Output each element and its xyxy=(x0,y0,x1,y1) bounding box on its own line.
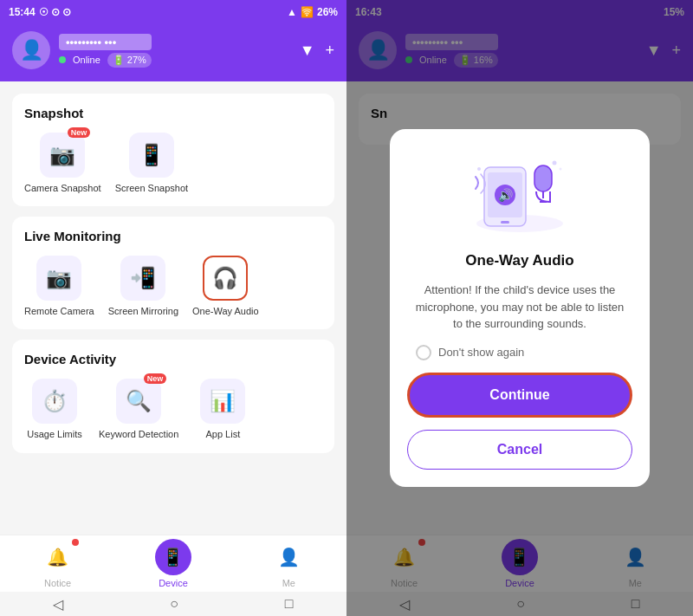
checkbox-circle xyxy=(416,345,431,360)
keyword-detection-icon-wrap: 🔍 New xyxy=(116,379,161,424)
snapshot-section: Snapshot 📷 New Camera Snapshot 📱 Screen … xyxy=(12,94,334,206)
battery-icon: 🔋 xyxy=(113,55,125,66)
usage-limits-icon: ⏱️ xyxy=(42,389,68,413)
dialog-text: Attention! If the child's device uses th… xyxy=(407,282,632,333)
screen-snapshot-item[interactable]: 📱 Screen Snapshot xyxy=(115,133,188,194)
nav-me[interactable]: 👤 Me xyxy=(262,539,314,588)
online-indicator xyxy=(59,56,66,63)
live-monitoring-items: 📷 Remote Camera 📲 Screen Mirroring 🎧 One… xyxy=(24,256,322,317)
checkbox-label: Don't show again xyxy=(438,346,524,359)
svg-text:🔊: 🔊 xyxy=(498,188,514,203)
header-info: ••••••••• ••• Online 🔋 27% xyxy=(59,34,152,68)
left-bottom-nav: 🔔 Notice 📱 Device 👤 Me xyxy=(0,535,346,592)
left-header: 👤 ••••••••• ••• Online 🔋 27% ▼ + xyxy=(0,24,346,81)
dialog-illustration: 🔊 xyxy=(472,150,567,237)
me-icon-wrap: 👤 xyxy=(270,539,307,575)
battery-display: 26% xyxy=(317,6,338,18)
notice-icon-wrap: 🔔 xyxy=(40,539,76,575)
remote-camera-icon-wrap: 📷 xyxy=(36,256,81,301)
device-icon: 📱 xyxy=(162,547,184,567)
status-bar-left: 15:44 ☉ ⊙ ⊙ xyxy=(9,6,71,18)
online-text: Online xyxy=(73,55,100,65)
remote-camera-icon: 📷 xyxy=(46,266,72,290)
nav-notice[interactable]: 🔔 Notice xyxy=(32,539,84,588)
left-panel: 15:44 ☉ ⊙ ⊙ ▲ 🛜 26% 👤 ••••••••• ••• Onli… xyxy=(0,0,346,616)
live-monitoring-title: Live Monitoring xyxy=(24,229,322,243)
app-list-item[interactable]: 📊 App List xyxy=(192,379,253,440)
continue-button[interactable]: Continue xyxy=(407,373,632,418)
screen-mirroring-item[interactable]: 📲 Screen Mirroring xyxy=(108,256,178,317)
battery-percent: 27% xyxy=(127,55,146,65)
add-icon[interactable]: + xyxy=(325,42,334,60)
left-status-bar: 15:44 ☉ ⊙ ⊙ ▲ 🛜 26% xyxy=(0,0,346,24)
dialog-title: One-Way Audio xyxy=(465,252,573,269)
usage-limits-label: Usage Limits xyxy=(27,429,82,440)
left-content: Snapshot 📷 New Camera Snapshot 📱 Screen … xyxy=(0,81,346,535)
notice-label: Notice xyxy=(44,578,71,588)
camera-snapshot-label: Camera Snapshot xyxy=(24,183,101,194)
cancel-button[interactable]: Cancel xyxy=(407,430,632,470)
keyword-detection-item[interactable]: 🔍 New Keyword Detection xyxy=(99,379,178,440)
device-activity-section: Device Activity ⏱️ Usage Limits 🔍 New Ke… xyxy=(12,340,334,452)
dialog-overlay: 🔊 One-Way Audio xyxy=(346,0,693,616)
time-display: 15:44 xyxy=(9,6,36,18)
screen-snapshot-icon: 📱 xyxy=(139,143,165,167)
one-way-audio-label: One-Way Audio xyxy=(192,306,259,317)
camera-snapshot-item[interactable]: 📷 New Camera Snapshot xyxy=(24,133,101,194)
svg-point-10 xyxy=(560,168,562,171)
remote-camera-label: Remote Camera xyxy=(24,306,94,317)
screen-snapshot-label: Screen Snapshot xyxy=(115,183,188,194)
one-way-audio-icon-wrap: 🎧 xyxy=(203,256,248,301)
app-list-icon: 📊 xyxy=(210,389,236,413)
screen-mirroring-icon: 📲 xyxy=(130,266,156,290)
app-list-label: App List xyxy=(205,429,240,440)
signal-icon: ▲ xyxy=(287,6,297,18)
wifi-icon: 🛜 xyxy=(301,6,314,18)
one-way-audio-item[interactable]: 🎧 One-Way Audio xyxy=(192,256,259,317)
bell-icon: 🔔 xyxy=(47,547,68,567)
snapshot-title: Snapshot xyxy=(24,106,322,120)
right-panel: 16:43 15% 👤 ••••••••• ••• Online 🔋 16% xyxy=(346,0,693,616)
screen-snapshot-icon-wrap: 📱 xyxy=(129,133,174,178)
nav-device[interactable]: 📱 Device xyxy=(147,539,199,588)
camera-snapshot-icon-wrap: 📷 New xyxy=(40,133,85,178)
dropdown-icon[interactable]: ▼ xyxy=(300,42,315,60)
notice-badge xyxy=(72,539,79,546)
app-list-icon-wrap: 📊 xyxy=(200,379,245,424)
snapshot-items: 📷 New Camera Snapshot 📱 Screen Snapshot xyxy=(24,133,322,194)
svg-point-11 xyxy=(477,167,481,171)
svg-rect-6 xyxy=(534,165,552,191)
header-left: 👤 ••••••••• ••• Online 🔋 27% xyxy=(12,31,152,69)
new-badge: New xyxy=(68,127,91,138)
remote-camera-item[interactable]: 📷 Remote Camera xyxy=(24,256,94,317)
person-icon: 👤 xyxy=(278,547,300,567)
home-button[interactable]: ○ xyxy=(170,596,178,612)
device-activity-items: ⏱️ Usage Limits 🔍 New Keyword Detection … xyxy=(24,379,322,440)
left-sys-nav: ◁ ○ □ xyxy=(0,592,346,616)
screen-mirroring-icon-wrap: 📲 xyxy=(120,256,165,301)
header-name: ••••••••• ••• xyxy=(59,34,152,50)
back-button[interactable]: ◁ xyxy=(53,596,63,613)
avatar: 👤 xyxy=(12,31,50,69)
svg-rect-5 xyxy=(501,221,509,224)
me-label: Me xyxy=(282,578,295,588)
header-status: Online 🔋 27% xyxy=(59,53,152,68)
recents-button[interactable]: □ xyxy=(285,596,294,612)
device-activity-title: Device Activity xyxy=(24,352,322,366)
battery-info: 🔋 27% xyxy=(107,53,152,68)
usage-limits-item[interactable]: ⏱️ Usage Limits xyxy=(24,379,85,440)
keyword-detection-label: Keyword Detection xyxy=(99,429,178,440)
svg-point-9 xyxy=(553,161,557,165)
device-label: Device xyxy=(159,578,188,588)
keyword-new-badge: New xyxy=(144,373,167,384)
device-icon-wrap: 📱 xyxy=(155,539,191,575)
keyword-detection-icon: 🔍 xyxy=(126,389,152,413)
screen-mirroring-label: Screen Mirroring xyxy=(108,306,178,317)
one-way-audio-icon: 🎧 xyxy=(212,266,238,290)
status-bar-right: ▲ 🛜 26% xyxy=(287,6,338,18)
header-actions: ▼ + xyxy=(300,42,334,60)
dont-show-checkbox[interactable]: Don't show again xyxy=(416,345,524,360)
live-monitoring-section: Live Monitoring 📷 Remote Camera 📲 Screen… xyxy=(12,217,334,329)
status-icons: ☉ ⊙ ⊙ xyxy=(39,6,72,18)
one-way-audio-dialog: 🔊 One-Way Audio xyxy=(390,129,650,487)
